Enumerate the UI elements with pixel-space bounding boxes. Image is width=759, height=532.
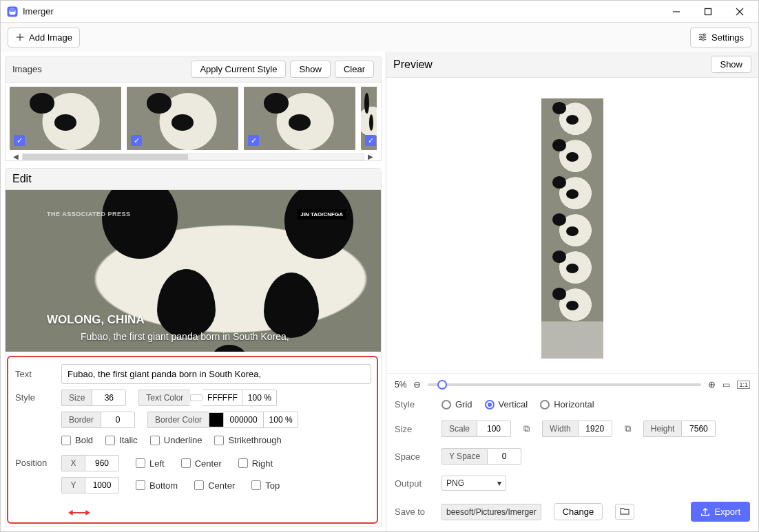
window-minimize-button[interactable] bbox=[661, 2, 692, 21]
italic-checkbox[interactable]: Italic bbox=[105, 435, 138, 445]
svg-rect-2 bbox=[10, 8, 16, 12]
yspace-input[interactable] bbox=[487, 448, 521, 465]
save-to-row-label: Save to bbox=[395, 507, 429, 517]
edit-section-title: Edit bbox=[12, 173, 32, 184]
preview-canvas[interactable] bbox=[386, 78, 758, 373]
text-color-hex-input[interactable] bbox=[202, 390, 242, 406]
link-icon[interactable]: ⧉ bbox=[523, 423, 530, 434]
image-thumbnail[interactable]: ✓ bbox=[361, 87, 377, 150]
settings-label: Settings bbox=[711, 32, 744, 43]
edit-canvas[interactable]: THE ASSOCIATED PRESS JIN TAO/CNFGA WOLON… bbox=[6, 190, 381, 352]
zoom-out-icon[interactable]: ⊖ bbox=[413, 379, 421, 390]
align-center-h-checkbox[interactable]: Center bbox=[181, 458, 222, 469]
annotation-arrow-icon bbox=[67, 507, 91, 518]
top-toolbar: Add Image Settings bbox=[1, 23, 758, 52]
svg-marker-16 bbox=[68, 510, 73, 515]
svg-point-10 bbox=[703, 34, 705, 36]
fit-window-icon[interactable]: ▭ bbox=[722, 380, 730, 390]
align-bottom-checkbox[interactable]: Bottom bbox=[136, 480, 178, 491]
check-icon: ✓ bbox=[365, 135, 376, 146]
text-label: Text bbox=[15, 369, 53, 379]
window-close-button[interactable] bbox=[724, 2, 756, 21]
export-button[interactable]: Export bbox=[691, 502, 750, 522]
image-thumbnail[interactable]: ✓ bbox=[244, 87, 355, 150]
border-color-hex-input[interactable] bbox=[224, 412, 264, 428]
chevron-down-icon: ▾ bbox=[497, 478, 501, 488]
app-logo-icon bbox=[6, 6, 19, 18]
svg-point-12 bbox=[700, 36, 702, 39]
preview-section-title: Preview bbox=[393, 58, 433, 71]
svg-point-14 bbox=[702, 39, 704, 41]
caption-text: Fubao, the first giant panda born in Sou… bbox=[81, 331, 289, 342]
plus-icon bbox=[15, 32, 25, 42]
border-color-swatch[interactable] bbox=[209, 412, 224, 427]
align-left-checkbox[interactable]: Left bbox=[136, 458, 165, 469]
align-right-checkbox[interactable]: Right bbox=[238, 458, 273, 469]
save-path-display: beesoft/Pictures/Imerger bbox=[441, 504, 541, 520]
image-thumbnail[interactable]: ✓ bbox=[10, 87, 121, 150]
image-thumbnail-row: ✓ ✓ ✓ ✓ bbox=[10, 87, 377, 150]
scroll-left-icon[interactable]: ◀ bbox=[10, 153, 22, 160]
strikethrough-checkbox[interactable]: Strikethrough bbox=[214, 435, 281, 445]
width-chip: Width bbox=[542, 421, 578, 437]
original-size-icon[interactable]: 1:1 bbox=[737, 381, 750, 389]
export-icon bbox=[700, 507, 710, 517]
settings-button[interactable]: Settings bbox=[690, 28, 751, 47]
watermark-top-right: JIN TAO/CNFGA bbox=[297, 209, 346, 220]
position-x-input[interactable] bbox=[85, 455, 119, 471]
preview-slice bbox=[541, 284, 603, 321]
position-y-input[interactable] bbox=[85, 477, 119, 493]
underline-checkbox[interactable]: Underline bbox=[150, 435, 202, 445]
preview-slice bbox=[541, 98, 603, 136]
style-grid-radio[interactable]: Grid bbox=[441, 399, 472, 409]
images-show-button[interactable]: Show bbox=[290, 61, 331, 78]
preview-show-button[interactable]: Show bbox=[711, 56, 751, 73]
titlebar: Imerger bbox=[1, 1, 758, 23]
link-icon[interactable]: ⧉ bbox=[625, 423, 631, 434]
window-maximize-button[interactable] bbox=[692, 2, 724, 21]
svg-rect-4 bbox=[705, 8, 711, 14]
style-label: Style bbox=[15, 390, 53, 403]
border-color-opacity-input[interactable] bbox=[264, 412, 298, 428]
scale-input[interactable] bbox=[477, 421, 511, 437]
image-thumbnail[interactable]: ✓ bbox=[127, 87, 238, 150]
zoom-in-icon[interactable]: ⊕ bbox=[708, 379, 716, 390]
text-color-chip: Text Color bbox=[138, 390, 190, 406]
bold-checkbox[interactable]: Bold bbox=[61, 435, 93, 445]
images-clear-button[interactable]: Clear bbox=[335, 61, 374, 78]
preview-slice bbox=[541, 247, 603, 284]
images-section-title: Images bbox=[12, 64, 42, 74]
yspace-chip: Y Space bbox=[441, 448, 487, 465]
apply-current-style-button[interactable]: Apply Current Style bbox=[191, 61, 286, 78]
scroll-handle[interactable] bbox=[23, 154, 188, 160]
check-icon: ✓ bbox=[131, 135, 142, 146]
style-horizontal-radio[interactable]: Horizontal bbox=[540, 399, 594, 409]
align-center-v-checkbox[interactable]: Center bbox=[194, 480, 235, 491]
folder-icon[interactable] bbox=[615, 504, 634, 520]
align-top-checkbox[interactable]: Top bbox=[251, 480, 280, 491]
space-row-label: Space bbox=[395, 451, 429, 462]
height-chip: Height bbox=[643, 421, 682, 437]
scroll-right-icon[interactable]: ▶ bbox=[364, 153, 377, 160]
border-width-input[interactable] bbox=[101, 412, 135, 428]
add-image-label: Add Image bbox=[29, 32, 72, 43]
height-input[interactable] bbox=[681, 421, 716, 437]
text-color-opacity-input[interactable] bbox=[242, 390, 277, 406]
watermark-top-left: THE ASSOCIATED PRESS bbox=[47, 211, 131, 217]
images-section-header: Images Apply Current Style Show Clear bbox=[5, 56, 382, 83]
change-path-button[interactable]: Change bbox=[554, 503, 603, 520]
add-image-button[interactable]: Add Image bbox=[8, 28, 80, 47]
output-format-select[interactable]: PNG▾ bbox=[441, 476, 506, 491]
preview-slice bbox=[541, 173, 603, 210]
zoom-slider[interactable] bbox=[428, 383, 701, 386]
style-vertical-radio[interactable]: Vertical bbox=[485, 399, 528, 409]
preview-slice bbox=[541, 210, 603, 247]
size-chip: Size bbox=[61, 390, 92, 406]
preview-slice bbox=[541, 321, 603, 359]
thumbnail-scrollbar[interactable]: ◀ ▶ bbox=[10, 153, 377, 160]
width-input[interactable] bbox=[578, 421, 612, 437]
caption-text-input[interactable] bbox=[61, 364, 371, 384]
check-icon: ✓ bbox=[14, 135, 25, 146]
app-title: Imerger bbox=[23, 6, 54, 17]
font-size-input[interactable] bbox=[92, 390, 126, 406]
